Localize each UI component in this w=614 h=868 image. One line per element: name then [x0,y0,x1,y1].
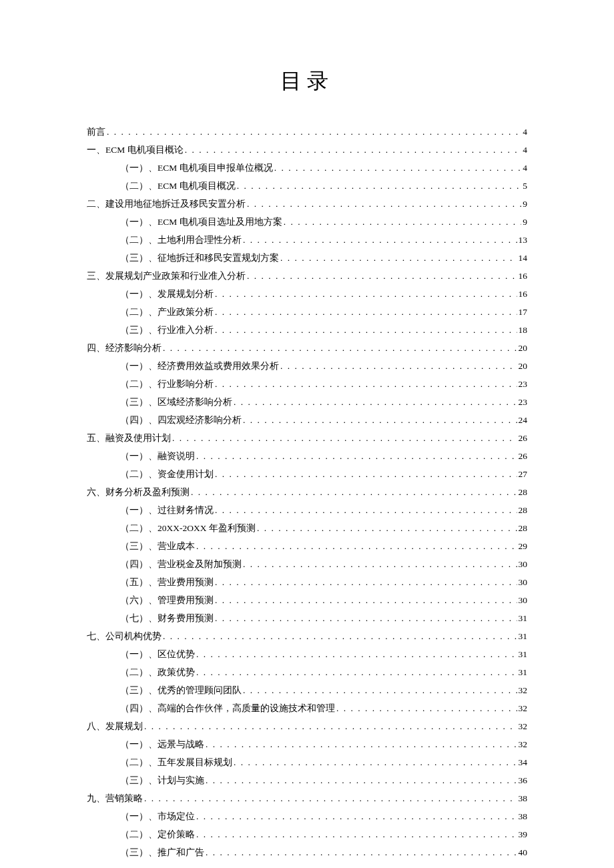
toc-entry-label: （二）、政策优势 [120,663,195,681]
toc-entry-page: 23 [519,393,528,411]
toc-entry-page: 16 [519,285,528,303]
toc-entry-label: （一）、融资说明 [120,447,195,465]
toc-entry-label: 前言 [87,123,105,141]
toc-leader-dots [144,717,517,735]
toc-entry: （一）、发展规划分析16 [87,285,527,303]
toc-leader-dots [144,789,517,807]
toc-entry: （一）、融资说明26 [87,447,527,465]
toc-entry-page: 30 [519,591,528,609]
toc-entry-label: 七、公司机构优势 [87,627,162,645]
toc-leader-dots [191,483,517,501]
toc-entry-label: （一）、ECM 电机项目选址及用地方案 [120,213,282,231]
toc-entry: （二）、20XX-2OXX 年盈利预测28 [87,519,527,537]
toc-entry-label: 八、发展规划 [87,717,143,735]
toc-entry: （二）、产业政策分析17 [87,303,527,321]
toc-leader-dots [215,609,517,627]
toc-entry-page: 28 [519,519,528,537]
toc-entry-page: 20 [519,339,528,357]
toc-entry: （二）、ECM 电机项目概况5 [87,177,527,195]
toc-leader-dots [243,681,517,699]
toc-entry-page: 32 [519,717,528,735]
toc-entry-label: （二）、ECM 电机项目概况 [120,177,236,195]
toc-entry-page: 32 [519,699,528,717]
toc-entry-page: 4 [523,123,527,141]
toc-entry: （二）、行业影响分析23 [87,375,527,393]
toc-leader-dots [280,357,517,375]
toc-entry: 前言4 [87,123,527,141]
toc-entry-page: 38 [519,789,528,807]
toc-leader-dots [196,663,517,681]
toc-entry-page: 4 [523,141,527,159]
toc-leader-dots [274,159,522,177]
toc-entry: （一）、区位优势31 [87,645,527,663]
toc-leader-dots [215,465,517,483]
toc-entry: （一）、经济费用效益或费用效果分析20 [87,357,527,375]
toc-entry: （三）、行业准入分析18 [87,321,527,339]
toc-leader-dots [163,339,517,357]
toc-entry: （二）、政策优势31 [87,663,527,681]
toc-entry-page: 24 [519,411,528,429]
toc-entry-label: （一）、区位优势 [120,645,195,663]
toc-leader-dots [243,231,517,249]
toc-entry: （二）、土地利用合理性分析13 [87,231,527,249]
toc-entry-label: （一）、市场定位 [120,807,195,825]
toc-entry: 七、公司机构优势31 [87,627,527,645]
toc-entry: （二）、资金使用计划27 [87,465,527,483]
toc-entry-page: 31 [519,663,528,681]
toc-entry: 九、营销策略38 [87,789,527,807]
toc-entry-page: 38 [519,807,528,825]
toc-entry: （三）、推广和广告40 [87,843,527,861]
toc-entry-label: 二、建设用地征地拆迁及移民安置分析 [87,195,246,213]
toc-leader-dots [215,303,517,321]
toc-entry-page: 31 [519,645,528,663]
toc-entry: （一）、远景与战略32 [87,735,527,753]
toc-entry-page: 26 [519,447,528,465]
toc-entry-page: 30 [519,555,528,573]
toc-leader-dots [196,807,517,825]
toc-entry-label: （三）、推广和广告 [120,843,204,861]
toc-entry-page: 28 [519,501,528,519]
toc-entry: （四）、营业税金及附加预测30 [87,555,527,573]
toc-entry: （一）、ECM 电机项目选址及用地方案9 [87,213,527,231]
toc-leader-dots [243,555,517,573]
toc-entry-page: 18 [519,321,528,339]
toc-entry-label: 四、经济影响分析 [87,339,162,357]
toc-entry: 四、经济影响分析20 [87,339,527,357]
toc-entry: （三）、征地拆迁和移民安置规划方案14 [87,249,527,267]
toc-entry: 三、发展规划产业政策和行业准入分析16 [87,267,527,285]
toc-entry-label: （五）、营业费用预测 [120,573,214,591]
toc-entry-label: （二）、产业政策分析 [120,303,214,321]
toc-leader-dots [215,573,517,591]
toc-entry-page: 20 [519,357,528,375]
toc-leader-dots [172,429,517,447]
toc-leader-dots [257,519,517,537]
toc-leader-dots [163,627,517,645]
toc-entry-label: （二）、20XX-2OXX 年盈利预测 [120,519,256,537]
toc-entry-page: 27 [519,465,528,483]
toc-entry: （一）、ECM 电机项目申报单位概况4 [87,159,527,177]
toc-entry: （三）、区域经济影响分析23 [87,393,527,411]
toc-leader-dots [280,249,517,267]
toc-entry-page: 23 [519,375,528,393]
toc-entry: （七）、财务费用预测31 [87,609,527,627]
toc-entry-label: 九、营销策略 [87,789,143,807]
toc-entry-label: （二）、资金使用计划 [120,465,214,483]
toc-entry-page: 5 [523,177,527,195]
toc-entry-label: 三、发展规划产业政策和行业准入分析 [87,267,246,285]
toc-entry: （三）、营业成本29 [87,537,527,555]
toc-leader-dots [234,753,517,771]
toc-entry-label: 一、ECM 电机项目概论 [87,141,184,159]
toc-leader-dots [107,123,521,141]
toc-entry-page: 14 [519,249,528,267]
toc-entry-label: （一）、ECM 电机项目申报单位概况 [120,159,273,177]
toc-entry-label: （三）、区域经济影响分析 [120,393,232,411]
toc-leader-dots [215,321,517,339]
toc-entry-label: （四）、四宏观经济影响分析 [120,411,242,429]
toc-entry-label: （一）、发展规划分析 [120,285,214,303]
toc-entry-page: 16 [519,267,528,285]
toc-leader-dots [206,843,517,861]
toc-leader-dots [336,699,517,717]
toc-entry-label: （四）、营业税金及附加预测 [120,555,242,573]
toc-entry: 八、发展规划32 [87,717,527,735]
toc-entry-label: （一）、经济费用效益或费用效果分析 [120,357,279,375]
